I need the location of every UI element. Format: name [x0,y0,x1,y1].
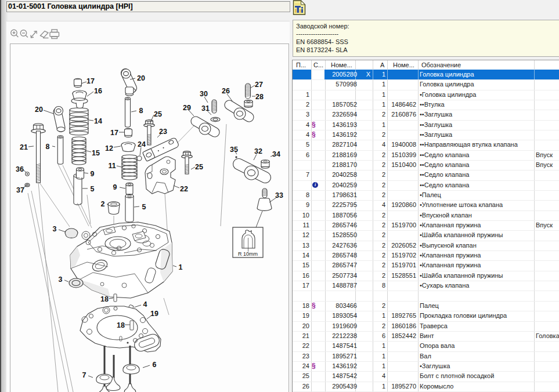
svg-text:19: 19 [150,310,158,318]
svg-text:18: 18 [100,295,109,303]
svg-text:12: 12 [105,144,113,153]
svg-text:16: 16 [94,87,102,95]
svg-text:20: 20 [35,106,43,114]
svg-text:5: 5 [91,185,95,193]
svg-text:8: 8 [139,107,143,115]
svg-text:26: 26 [222,87,230,95]
svg-text:22: 22 [180,185,188,193]
svg-text:20: 20 [137,74,145,82]
svg-text:31: 31 [201,104,210,112]
svg-text:3: 3 [53,225,57,233]
svg-text:9: 9 [113,183,117,191]
svg-text:25: 25 [195,163,203,171]
svg-text:25: 25 [154,110,162,118]
svg-text:21: 21 [20,143,28,151]
svg-text:35: 35 [230,146,238,154]
svg-text:34: 34 [272,150,280,158]
svg-text:33: 33 [275,191,283,199]
svg-text:17: 17 [110,129,118,137]
svg-text:18: 18 [117,321,125,329]
svg-text:7: 7 [82,371,86,379]
svg-text:23: 23 [159,128,167,136]
svg-text:30: 30 [200,90,208,98]
svg-text:3: 3 [59,275,63,284]
svg-text:29: 29 [183,104,191,112]
svg-text:37: 37 [16,186,24,194]
svg-text:4: 4 [143,300,147,308]
svg-text:17: 17 [86,77,95,85]
svg-text:28: 28 [255,93,264,101]
svg-text:2: 2 [101,200,105,208]
svg-text:15: 15 [92,149,100,157]
svg-text:27: 27 [255,81,263,89]
svg-text:24: 24 [138,140,146,148]
svg-text:6: 6 [153,361,157,369]
svg-text:36: 36 [16,165,24,173]
svg-text:8: 8 [46,143,50,151]
svg-text:9: 9 [91,170,95,178]
svg-text:14: 14 [94,117,102,125]
svg-text:5: 5 [142,203,146,211]
svg-text:R 10mm: R 10mm [238,251,258,257]
svg-text:11: 11 [108,162,116,170]
svg-text:32: 32 [254,147,262,155]
svg-text:1: 1 [179,263,183,271]
